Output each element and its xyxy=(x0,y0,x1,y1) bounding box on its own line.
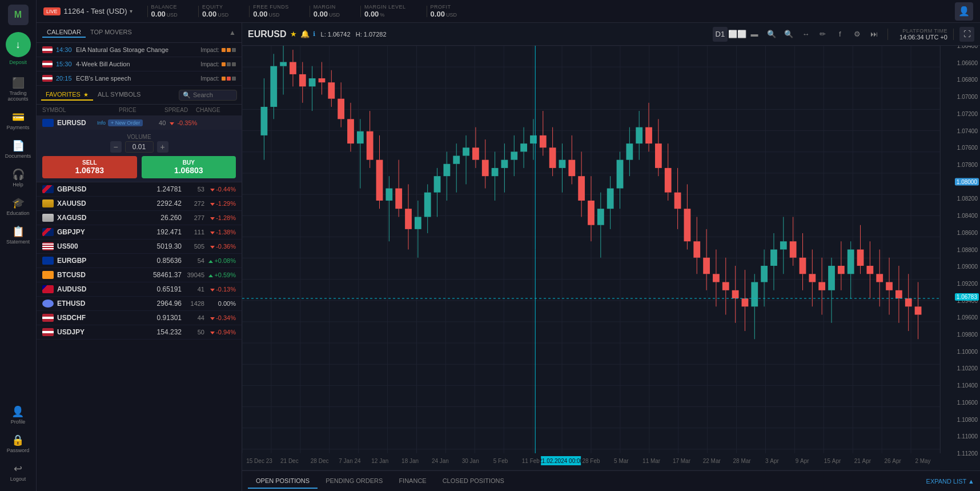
flag-icon xyxy=(42,300,54,308)
symbol-spread: 50 xyxy=(182,329,204,336)
zoom-in-button[interactable]: 🔍 xyxy=(781,27,796,42)
list-item[interactable]: BTCUSD 58461.37 39045 +0.59% xyxy=(37,268,242,282)
list-item[interactable]: USDJPY 154.232 50 -0.94% xyxy=(37,325,242,340)
symbol-price: 192.471 xyxy=(139,228,182,236)
flag-us-icon xyxy=(42,46,53,53)
tab-favorites[interactable]: FAVORITES ★ xyxy=(41,89,93,101)
favorites-star-icon: ★ xyxy=(83,91,89,98)
sidebar-item-profile[interactable]: 👤 Profile xyxy=(7,401,30,429)
list-item[interactable]: AUDUSD 0.65191 41 -0.13% xyxy=(37,282,242,297)
search-box: 🔍 xyxy=(179,90,237,101)
header-price: PRICE xyxy=(119,107,164,113)
sidebar-item-help[interactable]: 🎧 Help xyxy=(0,163,36,192)
impact-dot-5 xyxy=(227,62,231,66)
free-funds-group: FREE FUNDS 0.00USD xyxy=(253,4,289,18)
tab-calendar[interactable]: CALENDAR xyxy=(42,27,86,38)
list-item[interactable]: US500 5019.30 505 -0.36% xyxy=(37,239,242,254)
documents-icon: 📄 xyxy=(12,139,25,152)
symbol-list: GBPUSD 1.24781 53 -0.44% XAUUSD 2292.42 … xyxy=(37,182,242,491)
list-item[interactable]: USDCHF 0.91301 44 -0.34% xyxy=(37,311,242,325)
flag-icon xyxy=(42,199,54,207)
list-item[interactable]: XAUUSD 2292.42 272 -1.29% xyxy=(37,197,242,211)
tab-pending-orders[interactable]: PENDING ORDERS xyxy=(318,474,391,489)
list-item[interactable]: GBPJPY 192.471 111 -1.38% xyxy=(37,225,242,239)
symbol-name: XAUUSD xyxy=(57,199,97,207)
flag-eu-icon xyxy=(42,119,54,127)
settings-button[interactable]: ⚙ xyxy=(850,27,865,42)
account-dropdown-icon[interactable]: ▾ xyxy=(130,8,132,14)
sidebar-item-logout[interactable]: ↩ Logout xyxy=(7,458,30,486)
symbol-info-button[interactable]: Info xyxy=(97,120,106,126)
buy-button[interactable]: BUY 1.06803 xyxy=(142,156,236,178)
symbol-change: -0.35% xyxy=(166,119,197,126)
chart-area: EURUSD ★ 🔔 ℹ L: 1.06742 H: 1.07282 D1 ⬜⬜… xyxy=(242,23,980,491)
tab-closed-positions[interactable]: CLOSED POSITIONS xyxy=(435,474,512,489)
flag-icon xyxy=(42,314,54,322)
statement-label: Statement xyxy=(6,239,30,245)
fibonacci-button[interactable]: f xyxy=(833,27,848,42)
flag-icon xyxy=(42,285,54,293)
profile-label: Profile xyxy=(11,419,26,425)
chart-info-icon[interactable]: ℹ xyxy=(313,30,315,38)
tab-top-movers[interactable]: TOP MOVERS xyxy=(86,27,136,38)
sidebar-item-education[interactable]: 🎓 Education xyxy=(0,192,36,221)
sell-button[interactable]: SELL 1.06783 xyxy=(42,156,137,178)
symbol-spread: 54 xyxy=(182,257,204,264)
topbar: LIVE 11264 - Test (USD) ▾ BALANCE 0.00US… xyxy=(37,0,980,23)
list-item[interactable]: ETHUSD 2964.96 1428 0.00% xyxy=(37,297,242,311)
chart-type-candles-button[interactable]: ⬜⬜ xyxy=(730,27,745,42)
balance-currency: USD xyxy=(167,12,178,18)
volume-input[interactable] xyxy=(125,141,154,153)
symbol-change: -0.94% xyxy=(204,329,236,336)
impact-dots-2 xyxy=(222,77,236,81)
chart-canvas[interactable] xyxy=(242,46,940,470)
sidebar-item-password[interactable]: 🔒 Password xyxy=(7,429,30,458)
sidebar-item-payments[interactable]: 💳 Payments xyxy=(0,106,36,135)
deposit-arrow-icon: ↓ xyxy=(15,39,21,51)
tab-finance[interactable]: FINANCE xyxy=(391,474,434,489)
zoom-out-button[interactable]: 🔍 xyxy=(764,27,779,42)
chart-star-icon[interactable]: ★ xyxy=(290,30,297,38)
search-input[interactable] xyxy=(193,91,233,98)
symbol-name: GBPUSD xyxy=(57,185,97,193)
deposit-button[interactable]: ↓ xyxy=(6,32,31,57)
tab-all-symbols[interactable]: ALL SYMBOLS xyxy=(93,89,145,101)
chart-type-bars-button[interactable]: ▬ xyxy=(747,27,762,42)
free-funds-currency: USD xyxy=(269,12,280,18)
balance-label: BALANCE xyxy=(151,4,178,10)
symbol-price: 2292.42 xyxy=(139,199,182,207)
calendar-collapse-icon[interactable]: ▲ xyxy=(229,29,236,37)
search-icon: 🔍 xyxy=(183,91,191,99)
forward-button[interactable]: ⏭ xyxy=(867,27,882,42)
draw-tool-button[interactable]: ✏ xyxy=(816,27,830,42)
auto-scale-button[interactable]: ↔ xyxy=(798,27,813,42)
volume-increase-button[interactable]: + xyxy=(157,141,168,153)
symbol-row-eurusd[interactable]: EURUSD Info + New Order 40 -0.35% xyxy=(37,116,242,130)
live-badge: LIVE xyxy=(43,7,61,15)
user-avatar[interactable]: 👤 xyxy=(955,2,973,21)
equity-value: 0.00 xyxy=(202,10,216,18)
impact-dot-6 xyxy=(232,62,236,66)
payments-icon: 💳 xyxy=(12,111,25,123)
symbol-name: XAGUSD xyxy=(57,214,97,222)
volume-decrease-button[interactable]: − xyxy=(110,141,122,153)
tab-open-positions[interactable]: OPEN POSITIONS xyxy=(248,474,318,489)
toolbar-divider xyxy=(887,29,888,40)
chart-header: EURUSD ★ 🔔 ℹ L: 1.06742 H: 1.07282 D1 ⬜⬜… xyxy=(242,23,980,46)
sidebar-item-trading-accounts[interactable]: ⬛ Trading accounts xyxy=(0,72,36,106)
list-item[interactable]: XAGUSD 26.260 277 -1.28% xyxy=(37,211,242,225)
timeframe-d1-button[interactable]: D1 xyxy=(713,27,728,42)
flag-icon xyxy=(42,214,54,222)
sidebar-item-statement[interactable]: 📋 Statement xyxy=(0,221,36,249)
new-order-button[interactable]: + New Order xyxy=(108,119,143,126)
trading-accounts-label: Trading accounts xyxy=(0,90,36,102)
chart-bell-icon[interactable]: 🔔 xyxy=(300,30,310,38)
sidebar-item-documents[interactable]: 📄 Documents xyxy=(0,135,36,163)
chart-canvas-wrapper: 1.112001.110001.108001.106001.104001.102… xyxy=(242,46,980,470)
fullscreen-button[interactable]: ⛶ xyxy=(959,27,974,42)
list-item[interactable]: GBPUSD 1.24781 53 -0.44% xyxy=(37,182,242,197)
symbol-price: 26.260 xyxy=(139,214,182,222)
expand-list-button[interactable]: EXPAND LIST ▲ xyxy=(926,478,974,485)
symbol-spread: 39045 xyxy=(182,272,204,278)
list-item[interactable]: EURGBP 0.85636 54 +0.08% xyxy=(37,254,242,268)
